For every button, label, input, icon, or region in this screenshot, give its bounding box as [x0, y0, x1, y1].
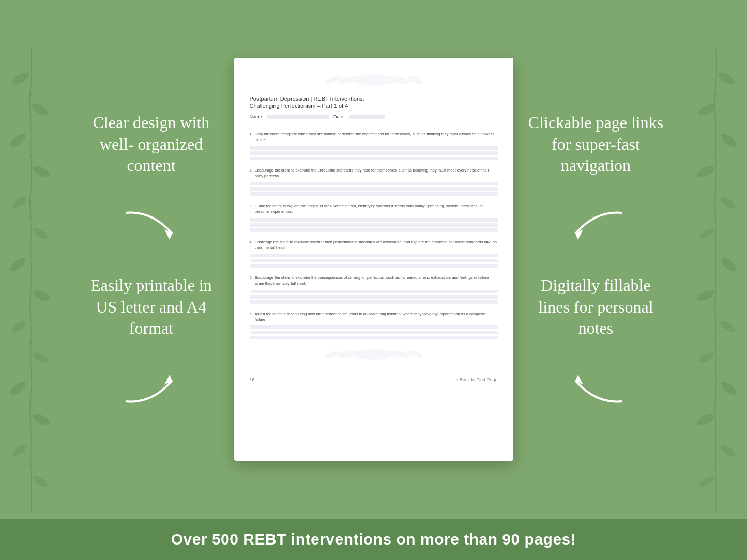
svg-point-49 — [372, 78, 376, 82]
answer-line[interactable] — [250, 259, 498, 262]
doc-answer-lines-6[interactable] — [250, 325, 498, 339]
answer-line[interactable] — [250, 151, 498, 155]
doc-footer: 16 ↑ Back to First Page — [250, 373, 498, 382]
doc-item-1: 1. Help the client recognize when they a… — [250, 131, 498, 160]
doc-answer-lines-3[interactable] — [250, 218, 498, 232]
answer-line[interactable] — [250, 300, 498, 304]
feature-text-right-top: Clickable page links for super-fast navi… — [524, 112, 668, 177]
banner-text: Over 500 REBT interventions on more than… — [171, 531, 576, 548]
content-area: Clear design with well- organized conten… — [0, 0, 747, 519]
doc-item-3: 3. Guide the client to explore the origi… — [250, 203, 498, 232]
feature-text-top: Clear design with well- organized conten… — [79, 112, 224, 177]
answer-line[interactable] — [250, 264, 498, 268]
doc-floral-bottom — [250, 347, 498, 365]
svg-point-54 — [407, 349, 423, 360]
doc-item-5: 5. Encourage the client to examine the c… — [250, 275, 498, 304]
answer-line[interactable] — [250, 331, 498, 334]
arrow-up-right-1 — [120, 370, 182, 407]
date-input[interactable] — [349, 115, 385, 119]
svg-point-51 — [337, 350, 358, 360]
name-label: Name: — [250, 114, 264, 119]
doc-item-5-text: 5. Encourage the client to examine the c… — [250, 275, 498, 287]
left-column: Clear design with well- organized conten… — [79, 112, 224, 407]
svg-point-46 — [389, 75, 410, 85]
doc-floral-top — [250, 72, 498, 90]
answer-line[interactable] — [250, 192, 498, 196]
answer-line[interactable] — [250, 290, 498, 293]
svg-point-47 — [324, 75, 341, 85]
back-to-first-link[interactable]: ↑ Back to First Page — [456, 377, 498, 382]
doc-answer-lines-5[interactable] — [250, 290, 498, 304]
arrow-down-right-1 — [120, 208, 182, 244]
answer-line[interactable] — [250, 223, 498, 227]
doc-item-2: 2. Encourage the client to examine the u… — [250, 167, 498, 196]
svg-point-53 — [324, 349, 341, 360]
svg-point-55 — [372, 352, 376, 356]
answer-line[interactable] — [250, 336, 498, 339]
doc-item-4-text: 4. Challenge the client to evaluate whet… — [250, 239, 498, 251]
answer-line[interactable] — [250, 228, 498, 232]
doc-divider — [250, 126, 498, 126]
doc-fields-row: Name: Date: — [250, 114, 498, 119]
svg-point-52 — [389, 350, 410, 360]
main-container: Clear design with well- organized conten… — [0, 0, 747, 560]
answer-line[interactable] — [250, 325, 498, 329]
arrow-left-2 — [565, 370, 627, 407]
doc-item-6: 6. Assist the client in recognizing how … — [250, 311, 498, 340]
doc-answer-lines-2[interactable] — [250, 182, 498, 196]
answer-line[interactable] — [250, 146, 498, 150]
arrow-left-1 — [565, 208, 627, 244]
doc-item-6-text: 6. Assist the client in recognizing how … — [250, 311, 498, 323]
doc-item-1-text: 1. Help the client recognize when they a… — [250, 131, 498, 143]
document-card: Postpartum Depression | REBT Interventio… — [234, 58, 513, 461]
doc-subtitle: Challenging Perfectionism – Part 1 of 4 — [250, 103, 498, 109]
answer-line[interactable] — [250, 157, 498, 160]
right-column: Clickable page links for super-fast navi… — [524, 112, 668, 407]
doc-title: Postpartum Depression | REBT Interventio… — [250, 96, 498, 102]
feature-text-bottom: Easily printable in US letter and A4 for… — [79, 275, 224, 339]
bottom-banner: Over 500 REBT interventions on more than… — [0, 519, 747, 560]
feature-text-right-bottom: Digitally fillable lines for personal no… — [524, 275, 668, 339]
answer-line[interactable] — [250, 187, 498, 191]
doc-answer-lines-1[interactable] — [250, 146, 498, 160]
answer-line[interactable] — [250, 182, 498, 185]
answer-line[interactable] — [250, 254, 498, 257]
doc-answer-lines-4[interactable] — [250, 254, 498, 268]
answer-line[interactable] — [250, 218, 498, 222]
answer-line[interactable] — [250, 295, 498, 299]
doc-item-4: 4. Challenge the client to evaluate whet… — [250, 239, 498, 268]
page-number: 16 — [250, 377, 255, 382]
name-input[interactable] — [267, 115, 329, 119]
date-label: Date: — [333, 114, 345, 119]
doc-item-3-text: 3. Guide the client to explore the origi… — [250, 203, 498, 215]
doc-item-2-text: 2. Encourage the client to examine the u… — [250, 167, 498, 179]
svg-point-48 — [407, 75, 423, 85]
document-wrapper: Postpartum Depression | REBT Interventio… — [234, 58, 513, 461]
svg-point-45 — [337, 75, 358, 85]
